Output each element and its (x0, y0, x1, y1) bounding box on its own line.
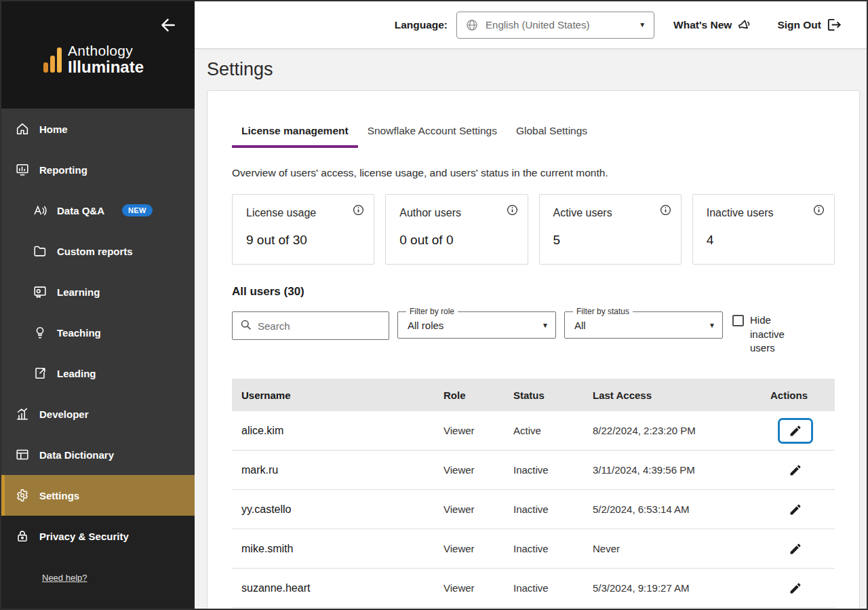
globe-icon (465, 18, 479, 32)
sign-out-label: Sign Out (777, 19, 821, 31)
filter-by-role-label: Filter by role (406, 307, 458, 316)
role-cell: Viewer (443, 464, 513, 476)
reporting-icon (15, 162, 30, 177)
focus-ring (778, 418, 813, 444)
sidebar-item-label: Data Q&A (57, 205, 104, 216)
status-cell: Inactive (513, 503, 593, 515)
sidebar-item-label: Leading (57, 368, 96, 379)
tab-global-settings[interactable]: Global Settings (507, 125, 597, 148)
pencil-icon (789, 424, 802, 438)
stat-card-author-users: Author users 0 out of 0 (385, 194, 528, 265)
folder-icon (33, 244, 47, 259)
edit-user-button[interactable] (787, 580, 804, 596)
sidebar-item-settings[interactable]: Settings (1, 475, 195, 516)
sidebar-brand-area: Anthology Illuminate (1, 1, 195, 109)
collapse-sidebar-button[interactable] (159, 16, 177, 34)
stat-title: Author users (399, 207, 513, 219)
filter-by-role-select[interactable]: Filter by role All roles ▼ (397, 307, 556, 339)
edit-user-button[interactable] (787, 423, 804, 439)
topbar: Language: English (United States) ▼ What… (195, 1, 867, 49)
sidebar-item-teaching[interactable]: Teaching (1, 312, 195, 353)
sidebar-item-data-qa[interactable]: Data Q&A NEW (1, 190, 195, 231)
username-cell: yy.castello (232, 503, 443, 516)
username-cell: suzanne.heart (232, 582, 443, 594)
stat-card-license-usage: License usage 9 out of 30 (232, 194, 374, 265)
hide-inactive-users-control: Hide inactive users (732, 313, 793, 356)
lock-icon (15, 529, 30, 544)
col-header-role: Role (443, 389, 513, 401)
developer-icon (15, 406, 30, 421)
info-icon[interactable] (659, 204, 672, 216)
data-qa-icon (33, 203, 47, 218)
sidebar-bottom-section: Privacy & Security Need help? (1, 516, 195, 609)
info-icon[interactable] (506, 204, 519, 216)
sidebar-item-label: Developer (39, 408, 89, 420)
megaphone-icon (737, 17, 753, 33)
stat-title: Active users (553, 207, 667, 219)
sidebar-item-label: Home (39, 123, 68, 135)
table-row: yy.castello Viewer Inactive 5/2/2024, 6:… (232, 490, 835, 529)
search-icon (239, 318, 252, 334)
sidebar-item-label: Data Dictionary (39, 449, 114, 461)
chevron-down-icon: ▼ (542, 322, 549, 329)
table-row: alice.kim Viewer Active 8/22/2024, 2:23:… (232, 411, 835, 451)
language-label: Language: (395, 19, 448, 31)
stat-cards: License usage 9 out of 30 Author users 0… (232, 194, 835, 265)
sidebar-item-privacy-security[interactable]: Privacy & Security (1, 516, 195, 556)
whats-new-label: What's New (673, 19, 732, 31)
main-area: Language: English (United States) ▼ What… (195, 1, 867, 609)
last-access-cell: 3/11/2024, 4:39:56 PM (593, 464, 740, 476)
content-area: License management Snowflake Account Set… (195, 90, 867, 609)
search-input[interactable] (258, 320, 382, 332)
filter-by-role-value: All roles (405, 320, 443, 331)
page-title: Settings (207, 59, 867, 80)
hide-inactive-users-checkbox[interactable] (732, 315, 744, 326)
info-icon[interactable] (352, 204, 365, 216)
sign-out-button[interactable]: Sign Out (777, 17, 842, 33)
whats-new-button[interactable]: What's New (673, 17, 753, 33)
status-cell: Active (513, 425, 593, 436)
sign-out-icon (827, 17, 842, 33)
brand-line2: Illuminate (68, 58, 144, 76)
sidebar-item-data-dictionary[interactable]: Data Dictionary (1, 434, 195, 475)
language-value: English (United States) (486, 19, 589, 31)
info-icon[interactable] (812, 204, 825, 216)
role-cell: Viewer (443, 425, 513, 436)
stat-value: 4 (707, 233, 821, 248)
table-row: mike.smith Viewer Inactive Never (232, 529, 835, 569)
stat-value: 9 out of 30 (246, 233, 360, 248)
username-cell: mike.smith (232, 543, 443, 555)
sidebar-item-label: Settings (39, 490, 79, 501)
edit-user-button[interactable] (787, 462, 804, 478)
tab-license-management[interactable]: License management (232, 125, 358, 148)
edit-user-button[interactable] (787, 501, 804, 518)
sidebar-item-custom-reports[interactable]: Custom reports (1, 231, 195, 271)
edit-user-button[interactable] (787, 541, 804, 557)
pencil-icon (789, 503, 802, 516)
pencil-icon (789, 542, 802, 556)
table-row: mark.ru Viewer Inactive 3/11/2024, 4:39:… (232, 451, 835, 490)
brand-logo: Anthology Illuminate (43, 43, 195, 76)
need-help-link[interactable]: Need help? (42, 573, 87, 583)
tab-snowflake-account-settings[interactable]: Snowflake Account Settings (358, 125, 507, 148)
settings-card: License management Snowflake Account Set… (207, 90, 860, 609)
filter-by-status-select[interactable]: Filter by status All ▼ (564, 307, 723, 339)
last-access-cell: 8/22/2024, 2:23:20 PM (593, 425, 740, 436)
filter-by-status-label: Filter by status (573, 307, 633, 316)
col-header-actions: Actions (740, 389, 835, 401)
filters-row: Filter by role All roles ▼ Filter by sta… (232, 307, 835, 356)
language-select[interactable]: English (United States) ▼ (456, 12, 654, 39)
stat-card-inactive-users: Inactive users 4 (692, 194, 835, 265)
sidebar-item-home[interactable]: Home (1, 109, 195, 149)
app-window: Anthology Illuminate Home Reporting Data… (0, 0, 868, 610)
search-box (232, 311, 389, 340)
col-header-username: Username (232, 389, 443, 401)
sidebar-item-leading[interactable]: Leading (1, 353, 195, 394)
sidebar-item-learning[interactable]: Learning (1, 271, 195, 312)
role-cell: Viewer (443, 582, 513, 594)
table-header-row: Username Role Status Last Access Actions (232, 379, 835, 411)
sidebar-item-reporting[interactable]: Reporting (1, 149, 195, 190)
sidebar: Anthology Illuminate Home Reporting Data… (1, 1, 195, 609)
sidebar-item-developer[interactable]: Developer (1, 394, 195, 434)
sidebar-item-label: Privacy & Security (39, 531, 129, 542)
